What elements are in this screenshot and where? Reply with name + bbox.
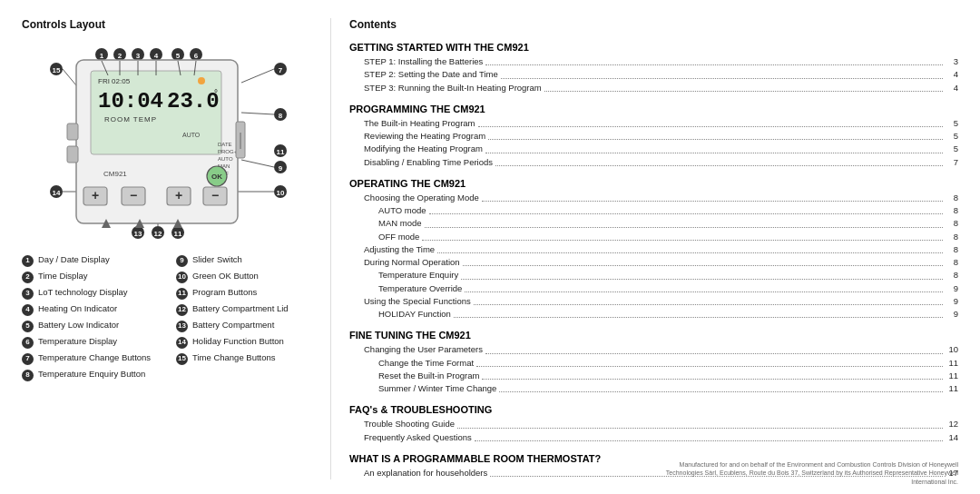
toc-entry: STEP 3: Running the Built-In Heating Pro… bbox=[349, 82, 958, 94]
legend-grid: 1 Day / Date Display 9 Slider Switch 2 T… bbox=[22, 254, 312, 381]
svg-text:6: 6 bbox=[194, 52, 199, 60]
svg-text:°: ° bbox=[214, 88, 218, 98]
svg-text:OFF: OFF bbox=[218, 171, 229, 176]
legend-item-15: 15 Time Change Buttons bbox=[176, 352, 312, 365]
svg-text:ROOM TEMP: ROOM TEMP bbox=[104, 115, 157, 124]
svg-text:7: 7 bbox=[279, 66, 283, 74]
svg-text:FRI  02:05: FRI 02:05 bbox=[98, 77, 131, 85]
svg-text:11: 11 bbox=[277, 148, 285, 156]
svg-text:11: 11 bbox=[174, 230, 182, 238]
toc-entry: AUTO mode 8 bbox=[349, 204, 958, 217]
svg-text:4: 4 bbox=[154, 52, 159, 60]
svg-rect-39 bbox=[76, 60, 238, 223]
toc-entry: Changing the User Parameters 10 bbox=[349, 343, 958, 356]
toc-entry: OFF mode 8 bbox=[349, 231, 958, 243]
svg-point-4 bbox=[132, 48, 144, 61]
svg-text:OK: OK bbox=[211, 173, 222, 181]
svg-point-29 bbox=[50, 63, 63, 75]
contents-section: Contents GETTING STARTED WITH THE CM921 … bbox=[330, 18, 958, 479]
legend-item-11: 11 Program Buttons bbox=[176, 287, 312, 300]
section-heading-3: FINE TUNING THE CM921 bbox=[349, 330, 958, 341]
svg-line-14 bbox=[241, 69, 274, 83]
svg-text:AUTO: AUTO bbox=[182, 132, 201, 138]
svg-text:2: 2 bbox=[118, 52, 122, 60]
svg-text:8: 8 bbox=[279, 112, 283, 120]
svg-point-15 bbox=[274, 108, 287, 121]
svg-point-35 bbox=[132, 226, 144, 239]
legend-item-2: 2 Time Display bbox=[22, 271, 158, 283]
legend-item-7: 7 Temperature Change Buttons bbox=[22, 352, 158, 365]
svg-rect-66 bbox=[236, 122, 245, 158]
svg-point-42 bbox=[198, 77, 205, 84]
toc-entry: Summer / Winter Time Change 11 bbox=[349, 382, 958, 395]
toc-entry: Temperature Enquiry 8 bbox=[349, 269, 958, 282]
svg-text:MAN: MAN bbox=[218, 163, 230, 169]
svg-point-6 bbox=[150, 48, 162, 61]
section-heading-4: FAQ's & TROUBLESHOOTING bbox=[349, 404, 958, 415]
legend-item-8: 8 Temperature Enquiry Button bbox=[22, 369, 158, 381]
svg-marker-69 bbox=[135, 219, 144, 228]
legend-item-4: 4 Heating On Indicator bbox=[22, 303, 158, 316]
svg-point-32 bbox=[152, 226, 164, 239]
svg-text:15: 15 bbox=[53, 66, 61, 74]
svg-marker-68 bbox=[102, 219, 111, 228]
section-heading-1: PROGRAMMING THE CM921 bbox=[349, 104, 958, 114]
svg-rect-64 bbox=[67, 124, 78, 140]
toc-entry: The Built-in Heating Program 5 bbox=[349, 117, 958, 130]
svg-text:23.0: 23.0 bbox=[167, 89, 220, 114]
toc-entry: Modifying the Heating Program 5 bbox=[349, 143, 958, 155]
toc-entry: Reset the Built-in Program 11 bbox=[349, 370, 958, 382]
svg-text:3: 3 bbox=[136, 52, 141, 60]
legend-item-13: 13 Battery Compartment bbox=[176, 320, 312, 332]
contents-title: Contents bbox=[349, 18, 958, 31]
toc-entry: Frequently Asked Questions 14 bbox=[349, 431, 958, 444]
svg-point-2 bbox=[113, 48, 126, 61]
svg-text:9: 9 bbox=[279, 164, 283, 173]
section-heading-0: GETTING STARTED WITH THE CM921 bbox=[349, 42, 958, 53]
svg-text:14: 14 bbox=[53, 189, 61, 197]
svg-point-24 bbox=[274, 144, 287, 157]
toc-entry: MAN mode 8 bbox=[349, 217, 958, 230]
svg-point-8 bbox=[172, 48, 184, 61]
svg-rect-40 bbox=[91, 71, 221, 154]
legend-item-5: 5 Battery Low Indicator bbox=[22, 320, 158, 332]
svg-marker-70 bbox=[173, 219, 182, 228]
toc-entry: Disabling / Enabling Time Periods 7 bbox=[349, 156, 958, 169]
svg-text:PROG+: PROG+ bbox=[218, 149, 238, 154]
toc-entry: Adjusting the Time 8 bbox=[349, 243, 958, 256]
svg-rect-56 bbox=[122, 187, 145, 205]
legend-item-9: 9 Slider Switch bbox=[176, 254, 312, 267]
toc-entry: Reviewing the Heating Program 5 bbox=[349, 130, 958, 143]
svg-line-75 bbox=[178, 61, 181, 75]
svg-text:+: + bbox=[92, 188, 99, 203]
toc-entry: Change the Time Format 11 bbox=[349, 357, 958, 370]
svg-point-0 bbox=[95, 48, 108, 61]
svg-text:−: − bbox=[211, 188, 219, 203]
legend-item-1: 1 Day / Date Display bbox=[22, 254, 158, 267]
svg-text:10: 10 bbox=[277, 189, 285, 197]
svg-point-26 bbox=[50, 185, 63, 198]
svg-text:1: 1 bbox=[100, 52, 104, 60]
svg-line-71 bbox=[102, 61, 108, 75]
legend-item-6: 6 Temperature Display bbox=[22, 336, 158, 349]
svg-point-62 bbox=[207, 166, 227, 186]
svg-text:−: − bbox=[130, 188, 137, 203]
svg-rect-58 bbox=[167, 187, 191, 205]
toc-entry: STEP 1: Installing the Batteries 3 bbox=[349, 55, 958, 68]
legend-item-3: 3 LoT technology Display bbox=[22, 287, 158, 300]
svg-rect-60 bbox=[203, 187, 227, 205]
footer-note: Manufactured for and on behalf of the En… bbox=[650, 460, 958, 487]
svg-point-12 bbox=[274, 63, 287, 75]
svg-point-21 bbox=[274, 185, 287, 198]
controls-layout-title: Controls Layout bbox=[22, 18, 312, 31]
toc-entry: Choosing the Operating Mode 8 bbox=[349, 192, 958, 204]
toc-entry: During Normal Operation 8 bbox=[349, 256, 958, 269]
section-heading-2: OPERATING THE CM921 bbox=[349, 178, 958, 189]
svg-text:AUTO: AUTO bbox=[218, 156, 233, 162]
toc-entry: Temperature Override 9 bbox=[349, 282, 958, 295]
svg-line-31 bbox=[63, 69, 85, 96]
svg-point-18 bbox=[274, 161, 287, 173]
svg-line-76 bbox=[194, 61, 196, 75]
legend-item-14: 14 Holiday Function Button bbox=[176, 336, 312, 349]
svg-text:10:04: 10:04 bbox=[98, 89, 163, 114]
